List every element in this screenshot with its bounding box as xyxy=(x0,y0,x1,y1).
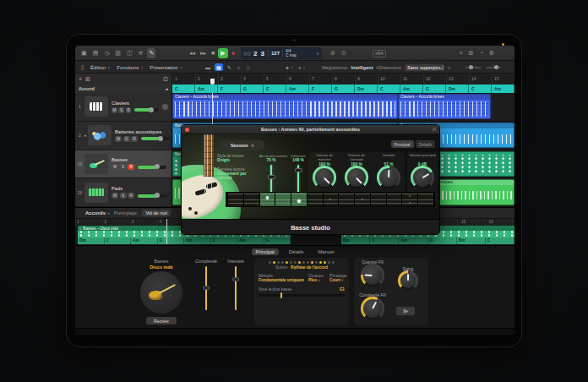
volume-fader[interactable] xyxy=(138,194,166,198)
toolbar-clock-icon[interactable]: ◷ xyxy=(102,48,111,58)
editor-type-selector[interactable]: Accords∨ xyxy=(85,210,110,216)
toolbar-bin-icon[interactable]: ◫ xyxy=(125,48,134,58)
close-icon[interactable] xyxy=(185,128,189,132)
menu-fonctions[interactable]: Fonctions∨ xyxy=(117,65,143,70)
display-mode-icon[interactable]: ⊡ xyxy=(163,75,168,83)
note-value-button[interactable]: 8e xyxy=(396,307,415,315)
toolbar-pencil-icon[interactable]: ✎ xyxy=(147,48,155,58)
record-button[interactable]: ● xyxy=(230,48,237,58)
play-button[interactable]: ▶ xyxy=(218,48,227,58)
chord-cell[interactable]: C xyxy=(172,85,195,93)
slider-handle[interactable] xyxy=(203,286,210,290)
rhythm-pattern-dots[interactable] xyxy=(259,261,345,264)
swing-knob[interactable]: Swing xyxy=(391,267,425,288)
intensity-slider[interactable]: Intensité xyxy=(217,259,254,310)
toolbar-notifications-icon[interactable]: ◔ xyxy=(477,48,484,58)
catch-playhead-icon[interactable]: ↔ xyxy=(447,65,452,70)
player-preset[interactable]: Disco indé xyxy=(138,265,185,270)
fret-cell[interactable] xyxy=(260,193,276,206)
chevron-down-icon[interactable]: ∨ xyxy=(316,51,319,56)
chord-cell[interactable]: Dm xyxy=(341,237,370,244)
pattern-dot[interactable] xyxy=(315,261,318,264)
toolbar-mixer-icon[interactable]: ≋ xyxy=(137,48,145,58)
tab-principal[interactable]: Principal xyxy=(252,248,279,255)
chord-cell[interactable]: Am xyxy=(131,237,158,244)
mute-button[interactable]: M xyxy=(112,193,118,199)
fret-cell[interactable] xyxy=(402,193,418,206)
chord-cell[interactable]: G xyxy=(332,85,355,93)
fret-cell[interactable] xyxy=(308,193,324,206)
mute-button[interactable]: M xyxy=(112,164,118,170)
track-header-pads[interactable]: 26PadsMSR xyxy=(75,178,172,207)
pattern-dot[interactable] xyxy=(273,261,275,264)
melodie-select[interactable]: MélodieFondamentale uniquement∨ xyxy=(259,274,304,282)
pattern-dot[interactable] xyxy=(311,261,313,264)
pan-knob[interactable] xyxy=(161,103,169,111)
fill-complexity-knob[interactable]: Complexité Fill xyxy=(356,293,389,318)
assourdissement-slider[interactable]: Assourdissement 70 % xyxy=(259,154,283,197)
lcd-display[interactable]: 00 2 3 127 4/4 C maj ∨ xyxy=(241,47,322,59)
pattern-dot[interactable] xyxy=(269,261,271,264)
secondary-tool-selector[interactable]: +∨ xyxy=(298,65,305,70)
slider-track[interactable] xyxy=(235,266,237,310)
fader-knob[interactable] xyxy=(155,164,160,169)
chord-cell[interactable]: Dm xyxy=(355,85,378,93)
fret-cell[interactable] xyxy=(418,193,434,206)
fret-cell[interactable] xyxy=(275,193,291,206)
chord-cell[interactable]: C xyxy=(486,237,514,244)
chord-cell[interactable]: Am xyxy=(286,85,309,93)
toolbar-monitor-icon[interactable]: ▤ xyxy=(91,48,101,58)
volume-fader[interactable] xyxy=(141,137,170,140)
select-value[interactable]: Plus∨ xyxy=(308,278,325,282)
chord-cell[interactable]: G xyxy=(241,85,264,93)
definition-slider[interactable]: Définition 148 % xyxy=(286,154,310,197)
solo-button[interactable]: S xyxy=(118,107,124,113)
pointer-tool-selector[interactable]: ▸∨ xyxy=(286,64,293,70)
chord-cell[interactable]: C xyxy=(211,237,238,244)
fret-cell[interactable] xyxy=(339,193,355,206)
pattern-dot[interactable] xyxy=(277,261,280,264)
toolbar-browser-icon[interactable]: ⊞ xyxy=(467,48,476,58)
plugin-title-bar[interactable]: Basses : Années 60, partiellement assour… xyxy=(182,125,439,134)
fader-knob[interactable] xyxy=(158,136,163,141)
fret-cell[interactable] xyxy=(228,193,244,206)
menu-edition[interactable]: Édition∨ xyxy=(90,65,110,70)
chord-cell[interactable]: Am xyxy=(399,237,427,244)
toolbar-punch-icon[interactable]: ⊘ xyxy=(329,48,337,58)
chord-cell[interactable]: C xyxy=(469,85,492,93)
slider-handle[interactable] xyxy=(295,168,302,172)
volume-fader[interactable] xyxy=(138,166,166,169)
rewind-button[interactable]: ◂◂ xyxy=(188,48,197,58)
mute-button[interactable]: M xyxy=(112,107,117,113)
chord-cell[interactable]: Dm xyxy=(184,237,211,244)
fill-amount-knob[interactable]: Quantité Fill xyxy=(356,260,389,285)
recreate-button[interactable]: Recréer xyxy=(146,317,177,325)
stepper-icon[interactable]: ∨ xyxy=(318,278,320,282)
slider-handle[interactable] xyxy=(268,175,275,179)
select-value[interactable]: Court∨ xyxy=(329,278,345,282)
link-icon[interactable]: ⊡ xyxy=(433,127,436,132)
pattern-dot[interactable] xyxy=(286,261,288,264)
toolbar-library-icon[interactable]: ▣ xyxy=(79,48,89,58)
chord-cell[interactable]: Dm xyxy=(457,237,486,244)
tab-manuel[interactable]: Manuel xyxy=(313,248,338,255)
fret-cell[interactable] xyxy=(355,193,371,206)
slider-track[interactable] xyxy=(205,266,207,310)
pattern-dot[interactable] xyxy=(332,261,335,264)
record-arm-button[interactable]: R xyxy=(131,136,138,142)
details-view-button[interactable]: Détails xyxy=(416,140,435,148)
library-toggle-icon[interactable]: ▯ xyxy=(79,61,86,74)
style-value[interactable]: Doigts xyxy=(217,158,264,162)
power-icon[interactable]: ● xyxy=(166,86,168,91)
slider-handle[interactable] xyxy=(232,277,239,281)
chord-cell[interactable]: F xyxy=(218,85,241,93)
view-grid-icon[interactable]: ▦ xyxy=(215,63,223,71)
solo-button[interactable]: S xyxy=(120,193,127,199)
gear-icon[interactable]: ⚙ xyxy=(251,143,254,148)
tab-details[interactable]: Détails xyxy=(285,248,308,255)
solo-button[interactable]: S xyxy=(120,164,127,170)
bass-player-avatar[interactable] xyxy=(140,271,182,314)
octaves-select[interactable]: OctavesPlus∨ xyxy=(308,274,325,282)
preset-value[interactable]: Vol de nuit xyxy=(142,210,171,216)
accord-track-header[interactable]: Accord ● xyxy=(75,85,172,93)
